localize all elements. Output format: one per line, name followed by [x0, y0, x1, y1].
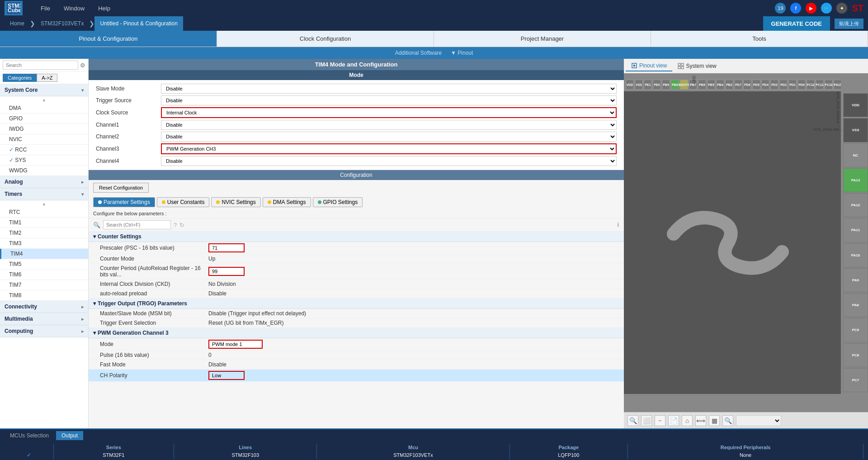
- star-icon[interactable]: ✦: [836, 3, 847, 14]
- info-icon[interactable]: ℹ: [617, 222, 619, 228]
- logo-box: STM32 CubeMX: [5, 1, 23, 15]
- sidebar-item-gpio[interactable]: GPIO: [0, 114, 88, 124]
- grid-tool[interactable]: ▦: [709, 415, 720, 426]
- zoom-select[interactable]: 25% 50% 75% 100% 150% 200%: [736, 415, 781, 426]
- dot-param-settings: [98, 200, 102, 204]
- sidebar-section-header-system-core[interactable]: System Core ▾: [0, 84, 88, 96]
- sidebar-item-iwdg[interactable]: IWDG: [0, 124, 88, 134]
- breadcrumb-home[interactable]: Home: [5, 16, 30, 31]
- zoom-out-tool[interactable]: －: [655, 415, 665, 426]
- channel4-label: Channel4: [96, 158, 159, 164]
- center-panel: TIM4 Mode and Configuration Mode Slave M…: [89, 59, 624, 428]
- upload-button[interactable]: 拓境上传: [835, 19, 863, 29]
- settings-icon[interactable]: ⚙: [80, 62, 85, 69]
- tab-categories[interactable]: Categories: [3, 74, 37, 82]
- flip-tool[interactable]: ⟺: [695, 415, 706, 426]
- tab-clock-config[interactable]: Clock Configuration: [217, 31, 434, 47]
- sidebar-item-rtc[interactable]: RTC: [0, 207, 88, 218]
- help-icon-2[interactable]: ↻: [179, 222, 184, 228]
- sidebar-scroll-up[interactable]: ▲: [0, 96, 88, 103]
- prescaler-input[interactable]: [208, 243, 245, 252]
- subtab-additional-software[interactable]: Additional Software: [395, 50, 442, 56]
- reset-config-button[interactable]: Reset Configuration: [93, 183, 149, 193]
- sidebar-section-header-connectivity[interactable]: Connectivity ▸: [0, 301, 88, 313]
- sidebar-item-wwdg[interactable]: WWDG: [0, 166, 88, 176]
- channel3-label: Channel3: [96, 146, 159, 152]
- param-row-ch-polarity[interactable]: CH Polarity: [89, 370, 624, 382]
- tab-system-view[interactable]: System view: [672, 61, 722, 71]
- sidebar-section-header-analog[interactable]: Analog ▸: [0, 176, 88, 188]
- notification-badge[interactable]: 19: [775, 3, 786, 14]
- tab-pinout-config[interactable]: Pinout & Configuration: [0, 31, 217, 47]
- param-tab-parameter-settings[interactable]: Parameter Settings: [93, 197, 155, 207]
- menu-file[interactable]: File: [41, 5, 50, 12]
- menu-help[interactable]: Help: [98, 5, 110, 12]
- sidebar-item-nvic[interactable]: NVIC: [0, 134, 88, 145]
- subtab-pinout[interactable]: ▼ Pinout: [451, 50, 473, 56]
- counter-settings-header[interactable]: ▾ Counter Settings: [89, 232, 624, 242]
- ch-polarity-input[interactable]: [208, 371, 245, 380]
- counter-settings-arrow: ▾: [93, 233, 96, 240]
- breadcrumb-project[interactable]: Untitled - Pinout & Configuration: [94, 16, 183, 31]
- breadcrumb-mcu[interactable]: STM32F103VETx: [35, 16, 89, 31]
- sidebar-section-header-timers[interactable]: Timers ▾: [0, 188, 88, 200]
- search-chip-tool[interactable]: 🔍: [722, 415, 733, 426]
- sidebar-item-sys[interactable]: SYS: [0, 155, 88, 166]
- sidebar-item-tim1[interactable]: TIM1: [0, 218, 88, 228]
- param-tab-dma-settings[interactable]: DMA Settings: [263, 197, 311, 207]
- param-tab-gpio-settings[interactable]: GPIO Settings: [313, 197, 363, 207]
- counter-period-input[interactable]: [208, 267, 245, 276]
- pwm-ch3-header[interactable]: ▾ PWM Generation Channel 3: [89, 328, 624, 338]
- config-search-input[interactable]: [103, 220, 171, 229]
- stm32-logo-icon: STM32 CubeMX: [7, 2, 20, 14]
- sidebar-item-tim2[interactable]: TIM2: [0, 228, 88, 238]
- right-pin-vss: VSS: [843, 118, 868, 142]
- pwm-mode-input[interactable]: [208, 340, 263, 349]
- sidebar-item-tim6[interactable]: TIM6: [0, 270, 88, 280]
- search-input[interactable]: [3, 61, 78, 70]
- slave-mode-select[interactable]: Disable: [161, 84, 617, 94]
- trgo-settings-header[interactable]: ▾ Trigger Output (TRGO) Parameters: [89, 299, 624, 309]
- sidebar-item-tim4[interactable]: TIM4: [0, 249, 88, 259]
- channel2-select[interactable]: Disable: [161, 132, 617, 142]
- sidebar-item-tim7[interactable]: TIM7: [0, 280, 88, 290]
- zoom-in-tool[interactable]: 🔍: [627, 415, 638, 426]
- sidebar-section-header-multimedia[interactable]: Multimedia ▸: [0, 313, 88, 325]
- tab-pinout-view[interactable]: Pinout view: [626, 61, 672, 71]
- facebook-icon[interactable]: f: [790, 3, 801, 14]
- sidebar-item-tim3[interactable]: TIM3: [0, 238, 88, 249]
- sidebar-item-tim5[interactable]: TIM5: [0, 259, 88, 270]
- tab-az[interactable]: A->Z: [37, 74, 57, 82]
- timers-arrow: ▾: [81, 192, 84, 197]
- output-tab-output[interactable]: Output: [56, 431, 83, 440]
- menu-window[interactable]: Window: [64, 5, 85, 12]
- right-pin-pa8: PA8: [843, 293, 868, 317]
- clock-source-select[interactable]: Internal Clock: [161, 107, 617, 118]
- home-tool[interactable]: ⌂: [682, 415, 693, 426]
- twitter-icon[interactable]: 🐦: [821, 3, 832, 14]
- right-pin-pa10: PA10: [843, 243, 868, 267]
- search-icon: 🔍: [93, 222, 100, 228]
- counter-mode-value: Up: [208, 256, 215, 262]
- copy-tool[interactable]: 📄: [668, 415, 679, 426]
- trigger-source-select[interactable]: Disable: [161, 95, 617, 105]
- param-tab-user-constants[interactable]: User Constants: [157, 197, 210, 207]
- tab-project-manager[interactable]: Project Manager: [434, 31, 651, 47]
- channel1-select[interactable]: Disable: [161, 120, 617, 130]
- sidebar-item-dma[interactable]: DMA: [0, 103, 88, 114]
- youtube-icon[interactable]: ▶: [806, 3, 816, 14]
- sidebar-section-header-computing[interactable]: Computing ▸: [0, 325, 88, 337]
- sidebar-item-tim8[interactable]: TIM8: [0, 290, 88, 301]
- top-pin-pc10: PC10: [825, 80, 833, 90]
- generate-code-button[interactable]: GENERATE CODE: [763, 16, 830, 31]
- timers-scroll-up[interactable]: ▲: [0, 200, 88, 207]
- sidebar-item-rcc[interactable]: RCC: [0, 145, 88, 155]
- help-icon-1[interactable]: ?: [174, 222, 177, 228]
- fit-tool[interactable]: ⬜: [641, 415, 652, 426]
- param-tabs: Parameter Settings User Constants NVIC S…: [89, 195, 624, 209]
- output-tab-mcu-selection[interactable]: MCUs Selection: [5, 431, 54, 440]
- channel4-select[interactable]: Disable: [161, 156, 617, 166]
- channel3-select[interactable]: PWM Generation CH3: [161, 143, 617, 154]
- tab-tools[interactable]: Tools: [651, 31, 868, 47]
- param-tab-nvic-settings[interactable]: NVIC Settings: [211, 197, 260, 207]
